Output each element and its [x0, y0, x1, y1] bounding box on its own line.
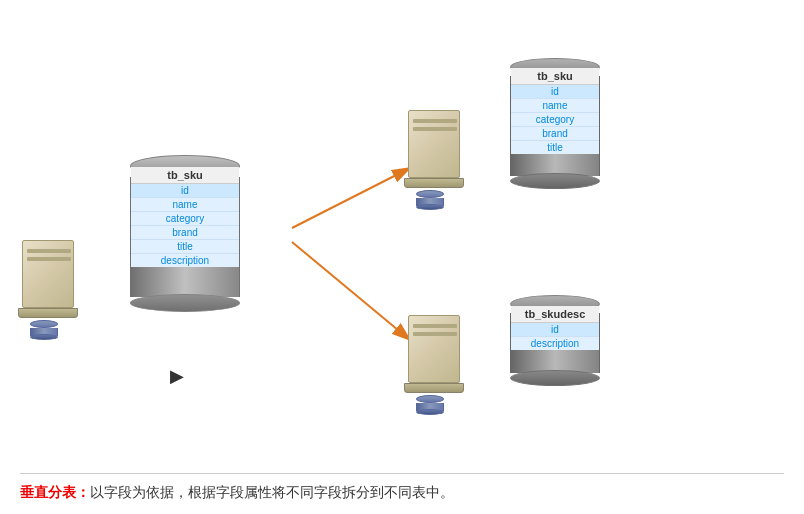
middle-server-bottom: [408, 315, 464, 415]
source-table-header: tb_sku: [131, 167, 239, 184]
target1-table-header: tb_sku: [511, 68, 599, 85]
cursor: ▶: [170, 365, 184, 387]
target-table1: tb_sku id name category brand title: [511, 68, 599, 154]
server-body-top: [408, 110, 460, 178]
mc-bot1: [510, 173, 600, 189]
target2-table-header: tb_skudesc: [511, 306, 599, 323]
source-field-id: id: [131, 184, 239, 198]
mc-bot2: [510, 370, 600, 386]
source-field-name: name: [131, 198, 239, 212]
vertical-partition-label: 垂直分表：: [20, 484, 90, 500]
middle-server-top: [408, 110, 464, 210]
source-table: tb_sku id name category brand title desc…: [131, 167, 239, 267]
arrows-svg: [0, 0, 804, 460]
svg-line-3: [292, 242, 410, 340]
server-base-top: [404, 178, 464, 188]
target1-field-brand: brand: [511, 127, 599, 141]
bottom-description: 垂直分表：以字段为依据，根据字段属性将不同字段拆分到不同表中。: [20, 473, 784, 502]
server-small-cylinder-bottom: [416, 395, 444, 415]
target1-field-category: category: [511, 113, 599, 127]
server-small-cylinder-top: [416, 190, 444, 210]
server-body: [22, 240, 74, 308]
source-field-brand: brand: [131, 226, 239, 240]
target1-field-title: title: [511, 141, 599, 154]
svg-line-2: [292, 168, 410, 228]
source-field-title: title: [131, 240, 239, 254]
target1-field-name: name: [511, 99, 599, 113]
target-table2: tb_skudesc id description: [511, 306, 599, 350]
target2-field-description: description: [511, 337, 599, 350]
vertical-partition-description: 以字段为依据，根据字段属性将不同字段拆分到不同表中。: [90, 484, 454, 500]
diagram-area: tb_sku id name category brand title desc…: [0, 0, 804, 460]
server-small-cylinder: [30, 320, 58, 340]
source-field-category: category: [131, 212, 239, 226]
target2-field-id: id: [511, 323, 599, 337]
server-body-bottom: [408, 315, 460, 383]
server-base: [18, 308, 78, 318]
source-field-description: description: [131, 254, 239, 267]
server-base-bottom: [404, 383, 464, 393]
client-server: [22, 240, 78, 340]
target1-field-id: id: [511, 85, 599, 99]
cylinder-bottom: [130, 294, 240, 312]
